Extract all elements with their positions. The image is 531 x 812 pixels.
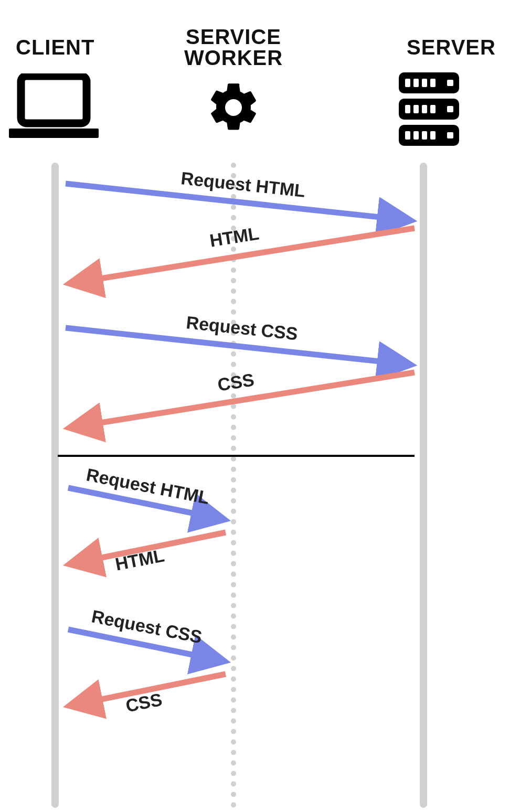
diagram-root: CLIENT SERVICE WORKER SERVER [0,0,531,812]
laptop-icon [8,73,100,144]
label-request-html-2: Request HTML [84,464,211,508]
lifeline-server [420,163,427,808]
svg-rect-6 [413,79,419,87]
svg-rect-13 [430,105,436,113]
lifeline-client [51,163,59,808]
gear-icon [205,79,262,138]
svg-rect-17 [422,131,427,140]
svg-rect-10 [405,105,410,113]
svg-rect-9 [447,80,453,86]
svg-rect-1 [9,129,99,138]
label-html-2: HTML [113,545,166,574]
label-css-1: CSS [216,369,256,395]
svg-rect-15 [405,131,410,140]
svg-rect-8 [430,79,436,87]
svg-rect-11 [413,105,419,113]
label-request-css-2: Request CSS [90,606,204,647]
svg-rect-7 [422,79,427,87]
svg-rect-0 [21,76,87,123]
header-server: SERVER [383,37,519,58]
label-request-css-1: Request CSS [185,312,299,344]
svg-rect-14 [447,106,453,112]
header-sw-line2: WORKER [184,46,283,69]
section-divider [58,455,415,457]
label-css-2: CSS [124,689,164,717]
svg-rect-18 [430,131,436,140]
label-html-1: HTML [208,223,260,251]
label-request-html-1: Request HTML [180,168,306,201]
svg-rect-16 [413,131,419,140]
header-sw-line1: SERVICE [186,25,281,48]
icons-row [0,79,531,157]
header-service-worker: SERVICE WORKER [173,26,294,68]
header-row: CLIENT SERVICE WORKER SERVER [0,18,531,66]
server-icon [399,72,459,151]
svg-rect-19 [447,132,453,138]
svg-rect-5 [405,79,410,87]
header-client: CLIENT [16,37,94,58]
lifeline-sw [231,163,236,808]
svg-rect-12 [422,105,427,113]
